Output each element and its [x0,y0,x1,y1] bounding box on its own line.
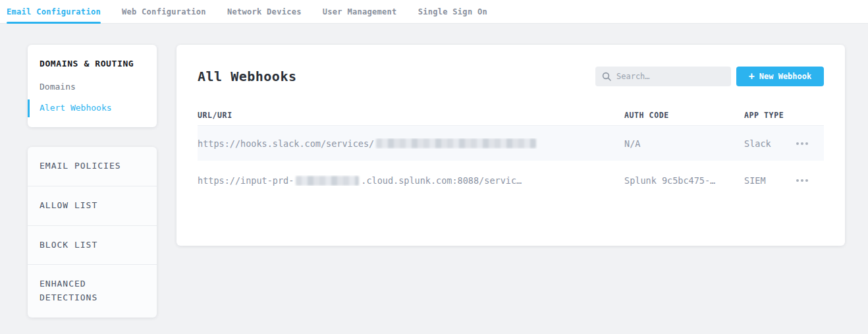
actions-cell [795,138,824,149]
webhooks-panel-header: All Webhooks + New Webhook [198,45,824,86]
header-actions: + New Webhook [595,67,824,86]
webhook-url-cell: https://input-prd- .cloud.splunk.com:808… [198,175,624,186]
auth-code-cell: Splunk 9c5bc475-… [624,175,744,186]
new-webhook-button[interactable]: + New Webhook [736,67,824,86]
more-options-button[interactable] [795,175,809,186]
sidebar-item-enhanced-detections[interactable]: ENHANCED DETECTIONS [28,265,157,318]
column-header-url: URL/URI [198,111,624,120]
webhook-url-cell: https://hooks.slack.com/services/ [198,138,624,149]
column-header-auth-code: AUTH CODE [624,111,744,120]
tab-web-configuration[interactable]: Web Configuration [122,0,206,23]
sidebar-sections-card: EMAIL POLICIES ALLOW LIST BLOCK LIST ENH… [28,147,157,318]
tab-user-management[interactable]: User Management [323,0,397,23]
sidebar-item-alert-webhooks[interactable]: Alert Webhooks [40,103,145,113]
page-title: All Webhooks [198,69,297,84]
tab-single-sign-on[interactable]: Single Sign On [418,0,487,23]
table-row-slack-webhook[interactable]: https://hooks.slack.com/services/ N/A Sl… [198,126,824,161]
domains-routing-heading: DOMAINS & ROUTING [40,59,145,69]
table-row-splunk-webhook[interactable]: https://input-prd- .cloud.splunk.com:808… [198,161,824,200]
url-text: https://hooks.slack.com/services/ [198,138,374,149]
sidebar-item-block-list[interactable]: BLOCK LIST [28,226,157,265]
domains-routing-card: DOMAINS & ROUTING Domains Alert Webhooks [28,45,157,127]
sidebar-item-domains[interactable]: Domains [40,82,145,92]
url-text-suffix: .cloud.splunk.com:8088/servic… [361,175,522,186]
app-type-cell: Slack [744,138,795,149]
url-text: https://input-prd- [198,175,294,186]
search-input[interactable] [616,72,724,81]
webhooks-table: URL/URI AUTH CODE APP TYPE https://hooks… [198,105,824,200]
page-content: DOMAINS & ROUTING Domains Alert Webhooks… [0,24,868,318]
app-type-cell: SIEM [744,175,795,186]
auth-code-cell: N/A [624,138,744,149]
tab-network-devices[interactable]: Network Devices [227,0,302,23]
more-options-button[interactable] [795,138,809,149]
table-header-row: URL/URI AUTH CODE APP TYPE [198,105,824,126]
top-navigation: Email Configuration Web Configuration Ne… [0,0,868,24]
column-header-app-type: APP TYPE [744,111,795,120]
redacted-url-segment [296,176,359,186]
search-icon [602,72,611,81]
new-webhook-button-label: New Webhook [759,72,811,81]
redacted-url-segment [376,138,536,148]
search-box[interactable] [595,67,731,86]
sidebar: DOMAINS & ROUTING Domains Alert Webhooks… [28,45,157,318]
plus-icon: + [749,72,755,82]
sidebar-item-allow-list[interactable]: ALLOW LIST [28,186,157,226]
tab-email-configuration[interactable]: Email Configuration [7,0,101,23]
webhooks-panel: All Webhooks + New Webhook URL/URI [176,45,845,246]
actions-cell [795,175,824,186]
sidebar-item-email-policies[interactable]: EMAIL POLICIES [28,147,157,186]
